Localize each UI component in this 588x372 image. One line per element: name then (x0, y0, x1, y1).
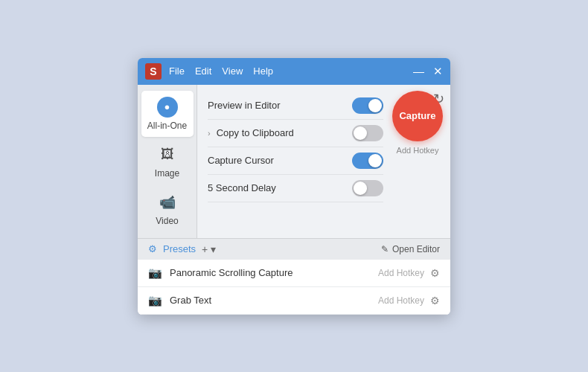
preset-camera-icon: 📷 (148, 266, 162, 280)
option-label-delay: 5 Second Delay (208, 182, 276, 193)
menu-edit[interactable]: Edit (195, 65, 211, 77)
toggle-preview-in-editor[interactable] (352, 97, 383, 114)
preset-gear-panoramic[interactable]: ⚙ (430, 267, 440, 279)
presets-label[interactable]: Presets (163, 243, 196, 254)
toggle-copy-to-clipboard[interactable] (352, 125, 383, 141)
app-window: S File Edit View Help — ✕ ● All-in-One 🖼… (138, 58, 450, 315)
menu-bar: File Edit View Help (169, 65, 413, 77)
capture-add-hotkey[interactable]: Add Hotkey (397, 146, 439, 155)
preset-name-panoramic: Panoramic Scrolling Capture (170, 267, 378, 278)
title-bar: S File Edit View Help — ✕ (138, 58, 450, 85)
preset-camera-icon-2: 📷 (148, 294, 162, 307)
presets-gear-icon: ⚙ (148, 243, 157, 254)
preset-item-panoramic[interactable]: 📷 Panoramic Scrolling Capture Add Hotkey… (138, 260, 450, 287)
option-preview-in-editor: Preview in Editor (208, 92, 383, 120)
sidebar-label-all-in-one: All-in-One (147, 121, 187, 131)
sidebar-item-video[interactable]: 📹 Video (141, 186, 194, 232)
capture-button[interactable]: Capture (392, 91, 443, 141)
option-copy-to-clipboard: › Copy to Clipboard (208, 120, 383, 147)
menu-help[interactable]: Help (253, 65, 273, 77)
presets-bar: ⚙ Presets + ▾ ✎ Open Editor (138, 238, 450, 260)
toggle-knob (368, 99, 382, 112)
preset-hotkey-panoramic[interactable]: Add Hotkey (378, 268, 424, 278)
sidebar-label-image: Image (155, 168, 179, 179)
open-editor-label: Open Editor (392, 244, 440, 254)
option-label-preview: Preview in Editor (208, 100, 281, 111)
option-5-second-delay: 5 Second Delay (208, 175, 383, 202)
image-icon: 🖼 (157, 144, 178, 165)
option-label-copy: › Copy to Clipboard (208, 127, 294, 138)
minimize-button[interactable]: — (413, 65, 424, 77)
open-editor-icon: ✎ (381, 244, 389, 254)
preset-gear-grab-text[interactable]: ⚙ (430, 295, 440, 307)
sidebar-item-image[interactable]: 🖼 Image (141, 138, 194, 185)
options-panel: ↻ Preview in Editor › Copy to Clipboard … (197, 85, 450, 238)
app-logo: S (145, 63, 162, 80)
video-icon: 📹 (157, 192, 178, 213)
preset-item-grab-text[interactable]: 📷 Grab Text Add Hotkey ⚙ (138, 287, 450, 315)
sidebar: ● All-in-One 🖼 Image 📹 Video (138, 85, 197, 238)
close-button[interactable]: ✕ (433, 65, 443, 77)
preset-hotkey-grab-text[interactable]: Add Hotkey (378, 295, 424, 306)
add-preset-button[interactable]: + (202, 243, 208, 255)
toggle-5-second-delay[interactable] (352, 180, 383, 196)
toggle-knob (354, 126, 367, 140)
capture-area: Capture Add Hotkey (392, 91, 443, 155)
main-content: ● All-in-One 🖼 Image 📹 Video ↻ Preview i… (138, 85, 450, 238)
option-capture-cursor: Capture Cursor (208, 147, 383, 175)
toggle-knob (368, 154, 382, 167)
sidebar-label-video: Video (156, 216, 178, 226)
presets-left: ⚙ Presets + ▾ (148, 243, 216, 255)
menu-view[interactable]: View (222, 65, 243, 77)
preset-dropdown-icon[interactable]: ▾ (211, 243, 216, 255)
toggle-knob (354, 182, 367, 195)
toggle-capture-cursor[interactable] (352, 153, 383, 169)
presets-list: 📷 Panoramic Scrolling Capture Add Hotkey… (138, 260, 450, 315)
sidebar-item-all-in-one[interactable]: ● All-in-One (141, 91, 194, 137)
chevron-icon: › (208, 129, 211, 138)
menu-file[interactable]: File (169, 65, 185, 77)
all-in-one-icon: ● (157, 97, 178, 118)
preset-name-grab-text: Grab Text (170, 295, 378, 306)
open-editor-button[interactable]: ✎ Open Editor (381, 244, 440, 254)
window-controls: — ✕ (413, 65, 443, 77)
presets-actions: + ▾ (202, 243, 216, 255)
option-label-cursor: Capture Cursor (208, 155, 274, 166)
